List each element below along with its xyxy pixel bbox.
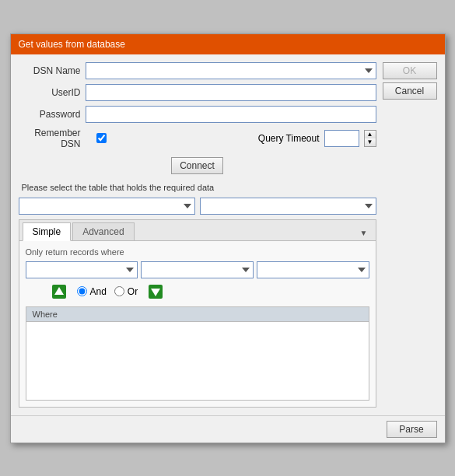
userid-row: UserID: [19, 84, 376, 101]
filter-selects-row: [26, 261, 369, 278]
table-info-text: Please select the table that holds the r…: [19, 182, 376, 193]
add-filter-up-button[interactable]: [49, 282, 69, 302]
query-timeout-input[interactable]: 60: [324, 130, 359, 147]
tab-arrow-icon: ▼: [355, 226, 373, 240]
tab-content-simple: Only return records where: [19, 241, 376, 407]
arrow-up-icon: [51, 283, 68, 300]
ok-button[interactable]: OK: [383, 62, 437, 79]
timeout-spin-down[interactable]: ▼: [365, 138, 376, 146]
timeout-spinner: ▲ ▼: [364, 130, 376, 147]
remember-dsn-label: Remember DSN: [19, 128, 81, 149]
query-timeout-label: Query Timeout: [258, 133, 320, 144]
logic-row: And Or: [26, 282, 369, 302]
or-label: Or: [128, 286, 138, 297]
title-text: Get values from database: [19, 39, 125, 50]
arrow-down-icon: [147, 283, 164, 300]
options-row: Remember DSN Query Timeout 60 ▲ ▼: [19, 128, 376, 149]
userid-label: UserID: [19, 87, 81, 98]
tab-advanced[interactable]: Advanced: [72, 222, 134, 240]
side-buttons: OK Cancel: [383, 62, 437, 408]
tab-header: Simple Advanced ▼: [19, 220, 376, 241]
password-row: Password: [19, 106, 376, 123]
or-radio-group: Or: [114, 286, 138, 297]
userid-input[interactable]: [86, 84, 376, 101]
connect-button[interactable]: Connect: [171, 157, 223, 174]
and-radio[interactable]: [77, 286, 87, 296]
where-header: Where: [26, 307, 369, 322]
tab-simple[interactable]: Simple: [23, 222, 72, 241]
password-input[interactable]: [86, 106, 376, 123]
filter-operator-select[interactable]: [141, 261, 254, 278]
filter-field-select[interactable]: [26, 261, 138, 278]
table-select-1[interactable]: [19, 198, 195, 215]
and-radio-group: And: [77, 286, 107, 297]
dialog-footer: Parse: [11, 415, 445, 443]
parse-button[interactable]: Parse: [387, 421, 437, 438]
tabs-container: Simple Advanced ▼ Only return records wh…: [19, 219, 376, 408]
filter-value-select[interactable]: [257, 261, 369, 278]
add-filter-down-button[interactable]: [145, 282, 166, 302]
dsn-label: DSN Name: [19, 65, 81, 76]
dialog-container: Get values from database DSN Name UserID…: [10, 33, 446, 443]
timeout-group: Query Timeout 60 ▲ ▼: [258, 130, 376, 147]
filter-label: Only return records where: [26, 247, 369, 257]
connect-row: Connect: [19, 154, 376, 177]
timeout-spin-up[interactable]: ▲: [365, 131, 376, 138]
where-box: Where: [26, 306, 369, 401]
and-label: And: [90, 286, 107, 297]
remember-dsn-checkbox[interactable]: [96, 133, 107, 143]
dsn-select[interactable]: [86, 62, 376, 79]
table-select-2[interactable]: [200, 198, 376, 215]
dsn-row: DSN Name: [19, 62, 376, 79]
or-radio[interactable]: [114, 286, 124, 296]
main-content: DSN Name UserID Password Remember DSN Qu…: [19, 62, 376, 408]
table-select-row: [19, 198, 376, 215]
password-label: Password: [19, 109, 81, 120]
cancel-button[interactable]: Cancel: [383, 82, 437, 100]
title-bar: Get values from database: [11, 34, 445, 54]
where-content[interactable]: [26, 322, 369, 400]
